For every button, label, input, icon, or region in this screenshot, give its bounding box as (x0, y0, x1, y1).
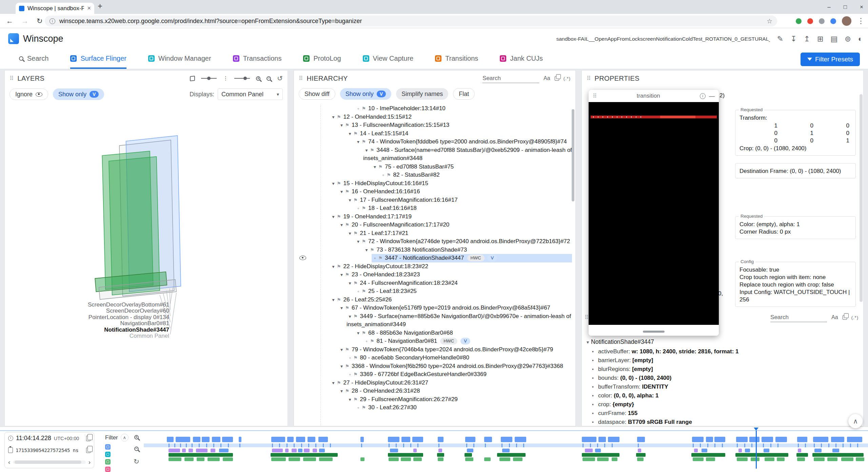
hierarchy-tree-row[interactable]: ▾⚑29 - FullscreenMagnification:26:27#29 (347, 395, 572, 404)
property-row[interactable]: •bufferTransform: IDENTITY (592, 382, 861, 391)
layers-3d-canvas[interactable]: ScreenDecorOverlayBottom#61ScreenDecorOv… (5, 102, 288, 426)
hierarchy-tree-row[interactable]: ▾⚑74 - WindowToken{fdddbe6 type=2000 and… (355, 138, 572, 146)
displays-select[interactable]: Common Panel ▾ (218, 88, 283, 100)
layer-visibility-eye-icon[interactable] (299, 256, 306, 260)
pin-icon[interactable]: ⚑ (345, 305, 350, 311)
pin-icon[interactable]: ⚑ (337, 380, 341, 386)
pin-icon[interactable]: ⚑ (353, 397, 358, 402)
browser-menu-icon[interactable]: ⋮ (857, 17, 865, 25)
hierarchy-tree-row[interactable]: ◦⚑25 - Leaf:18:23#25 (355, 287, 572, 296)
reload-icon[interactable]: ↻ (37, 17, 43, 25)
drag-handle-icon[interactable]: ⠿ (9, 75, 14, 82)
hierarchy-tree-row[interactable]: ▾⚑24 - FullscreenMagnification:18:23#24 (347, 279, 572, 288)
nav-tab-window-manager[interactable]: Window Manager (148, 50, 211, 69)
hierarchy-tree-row[interactable]: ▾⚑73 - 8736138 NotificationShade#73 (363, 246, 572, 254)
hierarchy-tree-row[interactable]: ▾⚑3448 - Surface(name=ed70f88 StatusBar)… (363, 146, 572, 163)
pin-icon[interactable]: ⚑ (370, 148, 374, 153)
expand-arrow-icon[interactable]: ▾ (347, 395, 353, 404)
pin-icon[interactable]: ⚑ (362, 405, 366, 410)
regex-icon[interactable]: (.*) (564, 76, 571, 81)
docs-icon[interactable]: ▤ (830, 35, 837, 43)
pin-icon[interactable]: ⚑ (353, 197, 358, 203)
expand-arrow-icon[interactable]: ▾ (338, 271, 345, 279)
pin-icon[interactable]: ⚑ (345, 388, 350, 394)
scroll-left-icon[interactable]: ‹ (8, 458, 10, 466)
expand-arrow-icon[interactable]: ▾ (338, 221, 345, 229)
properties-search-input[interactable] (770, 313, 827, 322)
hierarchy-tree-row[interactable]: ▾⚑15 - HideDisplayCutout:16:16#15 (330, 179, 572, 188)
download-icon[interactable]: ↧ (790, 35, 796, 43)
property-row[interactable]: •blurRegions: [empty] (592, 365, 861, 374)
pin-icon[interactable]: ⚑ (353, 131, 358, 136)
drag-handle-icon[interactable]: ⠿ (299, 75, 303, 82)
pin-icon[interactable]: ⚑ (387, 172, 391, 178)
expand-arrow-icon[interactable]: ▾ (372, 163, 378, 171)
nav-tab-surface-flinger[interactable]: Surface Flinger (70, 50, 126, 69)
hierarchy-search-input[interactable] (482, 74, 539, 83)
hierarchy-tree-row[interactable]: ▾⚑3449 - Surface(name=885b63e Navigation… (347, 312, 572, 329)
pin-icon[interactable]: ⚑ (345, 222, 350, 228)
expand-arrow-icon[interactable]: ▾ (338, 121, 345, 130)
zoom-in-icon[interactable] (256, 76, 260, 81)
address-bar[interactable]: i winscope.teams.x20web.corp.google.com/… (45, 16, 777, 26)
transitions-trace-icon[interactable] (105, 459, 111, 465)
hierarchy-tree-row[interactable]: ◦⚑82 - StatusBar#82 (380, 171, 572, 179)
timestamp-human[interactable]: 11:04:14.228 (16, 435, 51, 442)
pin-icon[interactable]: ⚑ (362, 139, 366, 144)
3d-view-icon[interactable] (190, 76, 195, 81)
edit-icon[interactable]: ✎ (777, 35, 783, 43)
property-row[interactable]: •activeBuffer: w: 1080, h: 2400, stride:… (592, 347, 861, 356)
expand-arrow-icon[interactable]: ▾ (338, 304, 345, 312)
hierarchy-filter-simplify-names[interactable]: Simplify names (396, 88, 448, 100)
pin-icon[interactable]: ⚑ (345, 189, 350, 194)
hierarchy-filter-flat[interactable]: Flat (453, 88, 475, 100)
hierarchy-tree-row[interactable]: ▾⚑13 - FullscreenMagnification:15:15#13 (338, 121, 572, 130)
selected-node-header[interactable]: ▾NotificationShade#3447 (587, 338, 654, 346)
pin-icon[interactable]: ⚑ (362, 239, 366, 244)
ignore-button[interactable]: Ignore (9, 88, 48, 100)
hierarchy-tree-row[interactable]: ◦⚑80 - ace6abb SecondaryHomeHandle0#80 (347, 354, 572, 362)
expand-arrow-icon[interactable]: ▾ (355, 138, 362, 146)
hierarchy-tree-row[interactable]: ▾⚑23 - OneHanded:18:23#23 (338, 271, 572, 279)
layer-label[interactable]: NavigationBar0#81 (5, 320, 169, 327)
pin-icon[interactable]: ⚑ (353, 355, 358, 360)
nav-tab-protolog[interactable]: ProtoLog (303, 50, 341, 69)
hierarchy-scrollbar[interactable] (572, 109, 574, 201)
pin-icon[interactable]: ⚑ (337, 214, 341, 219)
theme-icon[interactable]: ◐ (858, 35, 863, 43)
hierarchy-tree-row[interactable]: ▾⚑17 - FullscreenMagnification:16:16#17 (347, 196, 572, 204)
reset-zoom-icon[interactable]: ↻ (134, 458, 139, 465)
property-row[interactable]: •currFrame: 155 (592, 409, 861, 418)
property-row[interactable]: •color: (0, 0, 0), alpha: 1 (592, 391, 861, 400)
hierarchy-tree-row[interactable]: ▾⚑14 - Leaf:15:15#14 (347, 130, 572, 138)
expand-arrow-icon[interactable]: ▾ (587, 339, 589, 345)
new-tab-button[interactable]: + (98, 2, 102, 10)
back-icon[interactable]: ← (6, 17, 13, 25)
layer-label[interactable]: NotificationShade#3447 (5, 327, 169, 333)
url-text[interactable]: winscope.teams.x20web.corp.google.com/pr… (59, 18, 763, 25)
expand-arrow-icon[interactable]: ▾ (330, 296, 337, 304)
screenshot-overlay-window[interactable]: ⠿ transition i — (589, 90, 719, 336)
collapse-filter-icon[interactable]: ∧ (121, 434, 129, 441)
expand-arrow-icon[interactable]: ▾ (330, 379, 337, 387)
nav-tab-transactions[interactable]: Transactions (233, 50, 282, 69)
hierarchy-tree-row[interactable]: ▾⚑3368 - WindowToken{f6b2f60 type=2024 a… (338, 362, 572, 371)
properties-scrollbar[interactable] (860, 94, 863, 302)
forward-icon[interactable]: → (21, 17, 28, 25)
hierarchy-tree-row[interactable]: ▾⚑16 - OneHanded:16:16#16 (338, 188, 572, 196)
pin-icon[interactable]: ⚑ (337, 297, 341, 302)
browser-tab[interactable]: Winscope | sandbox-FAI... × (16, 3, 94, 14)
rotation-slider[interactable] (201, 78, 217, 79)
hierarchy-tree-row[interactable]: ▾⚑75 - ed70f88 StatusBar#75 (372, 163, 572, 171)
hierarchy-tree-row[interactable]: ▾⚑68 - 885b63e NavigationBar0#68 (355, 329, 572, 337)
zoom-out-icon[interactable] (267, 76, 271, 81)
pin-icon[interactable]: ⚑ (337, 114, 341, 120)
pin-icon[interactable]: ⚑ (378, 164, 383, 170)
expand-arrow-icon[interactable]: ▾ (355, 329, 362, 337)
overlay-title-bar[interactable]: ⠿ transition i — (589, 90, 719, 102)
protolog-trace-icon[interactable] (105, 467, 111, 472)
expand-arrow-icon[interactable]: ▾ (347, 130, 353, 138)
drag-handle-icon[interactable]: ⠿ (593, 93, 597, 100)
hierarchy-tree-row[interactable]: ◦⚑18 - Leaf:16:16#18 (355, 204, 572, 213)
pin-icon[interactable]: ⚑ (362, 330, 366, 336)
